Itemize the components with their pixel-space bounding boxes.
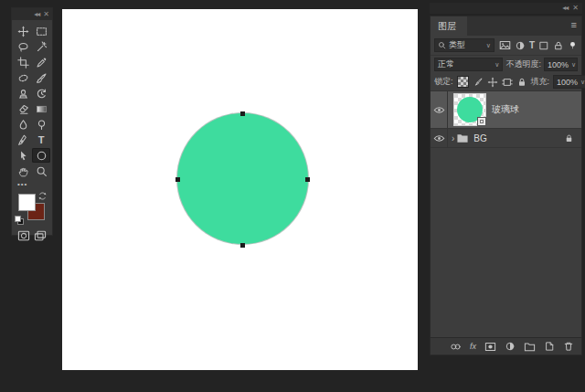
add-layer-mask-icon[interactable] bbox=[484, 342, 496, 352]
brush-tool[interactable] bbox=[32, 70, 50, 85]
anchor-point-left[interactable] bbox=[176, 177, 180, 182]
blur-tool[interactable] bbox=[14, 117, 32, 132]
layers-panel-footer: fx bbox=[431, 337, 581, 355]
layer-lock-icon bbox=[564, 133, 574, 143]
move-icon bbox=[17, 26, 29, 37]
blur-icon bbox=[17, 119, 29, 131]
layer-name[interactable]: 玻璃球 bbox=[492, 103, 519, 116]
filter-shape-layers-icon[interactable] bbox=[538, 40, 549, 51]
quick-mask-button[interactable] bbox=[17, 230, 30, 241]
lock-transparent-pixels-icon[interactable] bbox=[457, 76, 469, 88]
close-panel-icon[interactable]: ✕ bbox=[43, 11, 49, 18]
filter-type-layers-icon[interactable]: T bbox=[529, 40, 535, 50]
anchor-point-bottom[interactable] bbox=[240, 243, 245, 248]
visibility-toggle[interactable] bbox=[431, 129, 448, 147]
lock-position-icon[interactable] bbox=[487, 77, 498, 88]
filter-toggle-icon[interactable] bbox=[568, 40, 578, 50]
type-tool[interactable]: T bbox=[32, 132, 50, 147]
blend-mode-value: 正常 bbox=[438, 58, 454, 70]
move-tool[interactable] bbox=[14, 24, 32, 38]
brush-icon bbox=[36, 72, 48, 84]
lock-artboard-icon[interactable] bbox=[502, 77, 513, 88]
quick-selection-tool[interactable] bbox=[32, 39, 50, 54]
anchor-point-top[interactable] bbox=[240, 111, 245, 116]
chevron-down-icon: ∨ bbox=[486, 42, 491, 49]
layers-panel-group: ◂◂ ✕ 图层 ≡ 类型 ∨ T 正常 ∨ bbox=[430, 3, 582, 355]
search-icon bbox=[438, 41, 446, 49]
tab-layers[interactable]: 图层 bbox=[431, 16, 467, 36]
new-layer-icon[interactable] bbox=[544, 341, 555, 352]
hand-tool[interactable] bbox=[14, 164, 32, 178]
tools-grid: T bbox=[12, 20, 52, 178]
ellipse-icon bbox=[36, 150, 48, 162]
layer-row-glass-ball[interactable]: 玻璃球 bbox=[431, 91, 581, 129]
healing-brush-icon bbox=[17, 72, 29, 84]
lock-image-pixels-icon[interactable] bbox=[473, 77, 484, 88]
quick-selection-icon bbox=[36, 41, 48, 53]
delete-layer-icon[interactable] bbox=[563, 341, 574, 352]
path-selection-tool[interactable] bbox=[14, 148, 32, 163]
zoom-tool[interactable] bbox=[32, 164, 50, 178]
ellipse-tool[interactable] bbox=[32, 148, 50, 163]
eraser-icon bbox=[17, 103, 29, 115]
disclosure-triangle-icon[interactable]: › bbox=[452, 133, 454, 143]
opacity-dropdown[interactable]: 100% ∨ bbox=[544, 58, 578, 71]
ellipse-shape[interactable] bbox=[177, 113, 308, 244]
layer-row-bg-group[interactable]: › BG bbox=[431, 129, 581, 148]
filter-pixel-layers-icon[interactable] bbox=[499, 39, 511, 51]
collapse-panel-icon[interactable]: ◂◂ bbox=[562, 5, 568, 12]
foreground-color-swatch[interactable] bbox=[18, 194, 36, 211]
layer-style-fx-icon[interactable]: fx bbox=[470, 343, 476, 351]
new-adjustment-layer-icon[interactable] bbox=[505, 341, 516, 352]
lasso-icon bbox=[17, 41, 29, 53]
default-colors-icon[interactable] bbox=[15, 216, 23, 224]
type-tool-icon: T bbox=[38, 135, 45, 145]
filter-adjustment-layers-icon[interactable] bbox=[515, 40, 526, 51]
eyedropper-icon bbox=[36, 57, 48, 69]
chevron-down-icon: ∨ bbox=[495, 61, 499, 69]
panel-group-header: ◂◂ ✕ bbox=[430, 3, 582, 14]
filter-smart-objects-icon[interactable] bbox=[553, 40, 564, 51]
panel-menu-icon[interactable]: ≡ bbox=[571, 20, 577, 30]
filter-type-dropdown[interactable]: 类型 ∨ bbox=[434, 38, 495, 52]
document-canvas[interactable] bbox=[62, 9, 418, 370]
edit-toolbar-ellipsis[interactable]: ••• bbox=[12, 178, 52, 188]
blend-mode-dropdown[interactable]: 正常 ∨ bbox=[434, 58, 503, 71]
panel-tab-bar: 图层 ≡ bbox=[431, 16, 581, 36]
rectangular-marquee-tool[interactable] bbox=[32, 24, 50, 38]
eyedropper-tool[interactable] bbox=[32, 55, 50, 69]
lasso-tool[interactable] bbox=[14, 39, 32, 54]
filter-type-label: 类型 bbox=[449, 39, 465, 51]
crop-tool[interactable] bbox=[14, 55, 32, 69]
link-layers-icon[interactable] bbox=[450, 342, 462, 352]
healing-brush-tool[interactable] bbox=[14, 70, 32, 85]
opacity-label: 不透明度: bbox=[505, 58, 541, 70]
layer-thumbnail[interactable] bbox=[453, 93, 486, 126]
pen-icon bbox=[17, 134, 29, 146]
chevron-down-icon: ∨ bbox=[571, 61, 576, 69]
close-panel-icon[interactable]: ✕ bbox=[572, 5, 579, 12]
screen-mode-button[interactable] bbox=[34, 230, 47, 241]
group-name[interactable]: BG bbox=[473, 133, 486, 143]
pen-tool[interactable] bbox=[14, 132, 32, 147]
shape-layer-badge-icon bbox=[477, 117, 486, 126]
new-group-icon[interactable] bbox=[524, 342, 536, 352]
history-brush-tool[interactable] bbox=[32, 86, 50, 101]
gradient-tool[interactable] bbox=[32, 101, 50, 116]
anchor-point-right[interactable] bbox=[305, 177, 310, 182]
collapse-panel-icon[interactable]: ◂◂ bbox=[34, 11, 39, 18]
dodge-tool[interactable] bbox=[32, 117, 50, 132]
dodge-icon bbox=[36, 119, 48, 131]
visibility-toggle[interactable] bbox=[431, 91, 448, 128]
eye-icon bbox=[433, 104, 445, 116]
marquee-icon bbox=[36, 26, 48, 37]
fill-value: 100% bbox=[557, 78, 578, 87]
swap-colors-icon[interactable] bbox=[37, 191, 48, 201]
lock-row: 锁定: 填充: 100% ∨ bbox=[431, 73, 581, 91]
lock-all-icon[interactable] bbox=[516, 77, 527, 88]
fill-dropdown[interactable]: 100% ∨ bbox=[553, 75, 585, 89]
clone-stamp-icon bbox=[17, 88, 29, 100]
clone-stamp-tool[interactable] bbox=[14, 86, 32, 101]
eraser-tool[interactable] bbox=[14, 101, 32, 116]
chevron-down-icon: ∨ bbox=[580, 79, 585, 86]
